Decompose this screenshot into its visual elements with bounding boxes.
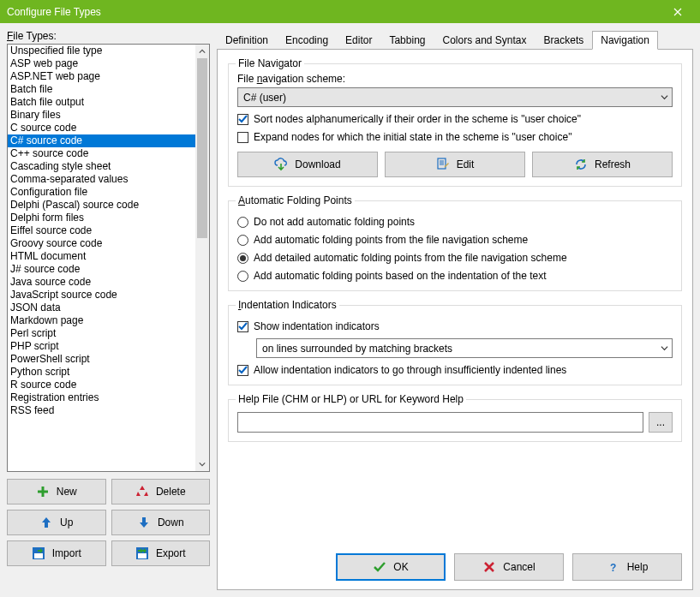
group-legend: Automatic Folding Points	[236, 194, 355, 206]
scrollbar-thumb[interactable]	[197, 58, 207, 238]
tab-navigation[interactable]: Navigation	[592, 31, 658, 50]
check-icon	[373, 560, 386, 574]
list-item[interactable]: RSS feed	[8, 404, 195, 417]
import-button[interactable]: Import	[7, 540, 106, 566]
list-item[interactable]: C++ source code	[8, 147, 195, 160]
sort-checkbox[interactable]: Sort nodes alphanumerically if their ord…	[237, 113, 673, 125]
arrow-down-icon	[137, 516, 151, 529]
group-legend: Indentation Indicators	[236, 299, 339, 311]
svg-text:?: ?	[610, 562, 616, 574]
help-file-group: Help File (CHM or HLP) or URL for Keywor…	[228, 399, 682, 442]
question-icon: ?	[607, 560, 620, 574]
list-item[interactable]: Binary files	[8, 109, 195, 122]
file-types-label: File Types:	[7, 30, 210, 42]
list-item[interactable]: JSON data	[8, 301, 195, 314]
window-title: Configure File Types	[7, 6, 101, 18]
tab-colors-and-syntax[interactable]: Colors and Syntax	[434, 31, 535, 50]
check-icon	[238, 322, 248, 331]
browse-button[interactable]: ...	[649, 412, 673, 433]
list-item[interactable]: PHP script	[8, 340, 195, 353]
recycle-icon	[135, 485, 149, 498]
tab-editor[interactable]: Editor	[337, 31, 380, 50]
new-button[interactable]: New	[7, 479, 106, 504]
cloud-download-icon	[274, 158, 288, 171]
list-item[interactable]: C# source code	[8, 134, 195, 147]
scroll-down-icon[interactable]	[195, 457, 209, 471]
list-item[interactable]: Configuration file	[8, 186, 195, 199]
scheme-combo[interactable]: C# (user)	[237, 87, 673, 107]
group-legend: File Navigator	[236, 57, 304, 69]
ok-button[interactable]: OK	[336, 553, 446, 581]
scrollbar[interactable]	[195, 45, 209, 471]
allow-indent-checkbox[interactable]: Allow indentation indicators to go throu…	[237, 364, 673, 376]
help-file-input[interactable]	[237, 412, 643, 433]
file-types-listbox[interactable]: Unspecified file typeASP web pageASP.NET…	[7, 44, 210, 472]
down-button[interactable]: Down	[111, 510, 211, 535]
list-item[interactable]: Comma-separated values	[8, 173, 195, 186]
export-button[interactable]: Export	[111, 540, 211, 566]
delete-button[interactable]: Delete	[111, 479, 211, 504]
folding-radio-0[interactable]: Do not add automatic folding points	[237, 216, 673, 228]
floppy-export-icon	[135, 546, 149, 560]
list-item[interactable]: PowerShell script	[8, 353, 195, 366]
tab-tabbing[interactable]: Tabbing	[380, 31, 434, 50]
list-item[interactable]: Delphi form files	[8, 212, 195, 224]
list-item[interactable]: Delphi (Pascal) source code	[8, 199, 195, 212]
indent-mode-combo[interactable]: on lines surrounded by matching brackets	[256, 338, 673, 358]
arrow-up-icon	[39, 516, 53, 529]
svg-rect-1	[34, 553, 43, 558]
list-item[interactable]: J# source code	[8, 263, 195, 276]
list-item[interactable]: C source code	[8, 122, 195, 134]
edit-button[interactable]: Edit	[385, 152, 525, 177]
titlebar: Configure File Types	[0, 0, 700, 23]
group-legend: Help File (CHM or HLP) or URL for Keywor…	[236, 393, 466, 405]
tab-encoding[interactable]: Encoding	[277, 31, 337, 50]
show-indent-checkbox[interactable]: Show indentation indicators	[237, 320, 673, 332]
expand-checkbox[interactable]: Expand nodes for which the initial state…	[237, 131, 673, 143]
scroll-up-icon[interactable]	[195, 45, 209, 58]
close-button[interactable]	[661, 3, 695, 21]
floppy-import-icon	[32, 546, 45, 560]
folding-radio-2[interactable]: Add detailed automatic folding points fr…	[237, 252, 673, 264]
refresh-icon	[574, 158, 588, 171]
download-button[interactable]: Download	[237, 152, 378, 177]
tab-bar: DefinitionEncodingEditorTabbingColors an…	[217, 30, 693, 50]
list-item[interactable]: ASP.NET web page	[8, 70, 195, 83]
list-item[interactable]: JavaScript source code	[8, 289, 195, 301]
tab-definition[interactable]: Definition	[217, 31, 277, 50]
x-icon	[482, 560, 496, 574]
folding-radio-3[interactable]: Add automatic folding points based on th…	[237, 270, 673, 282]
check-icon	[238, 115, 248, 124]
list-item[interactable]: R source code	[8, 379, 195, 391]
folding-radio-1[interactable]: Add automatic folding points from the fi…	[237, 234, 673, 246]
list-item[interactable]: Cascading style sheet	[8, 160, 195, 173]
cancel-button[interactable]: Cancel	[454, 553, 564, 581]
list-item[interactable]: Batch file	[8, 83, 195, 96]
list-item[interactable]: Markdown page	[8, 314, 195, 327]
chevron-down-icon	[661, 93, 668, 101]
tab-brackets[interactable]: Brackets	[535, 31, 593, 50]
list-item[interactable]: HTML document	[8, 250, 195, 263]
edit-icon	[436, 158, 450, 171]
indentation-group: Indentation Indicators Show indentation …	[228, 305, 682, 385]
file-navigator-group: File Navigator File navigation scheme: C…	[228, 63, 682, 187]
list-item[interactable]: ASP web page	[8, 57, 195, 70]
refresh-button[interactable]: Refresh	[532, 152, 673, 177]
list-item[interactable]: Java source code	[8, 276, 195, 289]
scheme-label: File navigation scheme:	[237, 73, 673, 85]
plus-icon	[36, 485, 50, 498]
list-item[interactable]: Groovy source code	[8, 237, 195, 250]
chevron-down-icon	[661, 344, 668, 352]
help-button[interactable]: ?Help	[572, 553, 682, 581]
folding-group: Automatic Folding Points Do not add auto…	[228, 200, 682, 291]
list-item[interactable]: Python script	[8, 366, 195, 379]
list-item[interactable]: Unspecified file type	[8, 45, 195, 57]
up-button[interactable]: Up	[7, 510, 106, 535]
list-item[interactable]: Batch file output	[8, 96, 195, 109]
list-item[interactable]: Eiffel source code	[8, 224, 195, 237]
svg-rect-3	[138, 553, 147, 558]
list-item[interactable]: Perl script	[8, 327, 195, 340]
list-item[interactable]: Registration entries	[8, 391, 195, 404]
check-icon	[238, 366, 248, 375]
